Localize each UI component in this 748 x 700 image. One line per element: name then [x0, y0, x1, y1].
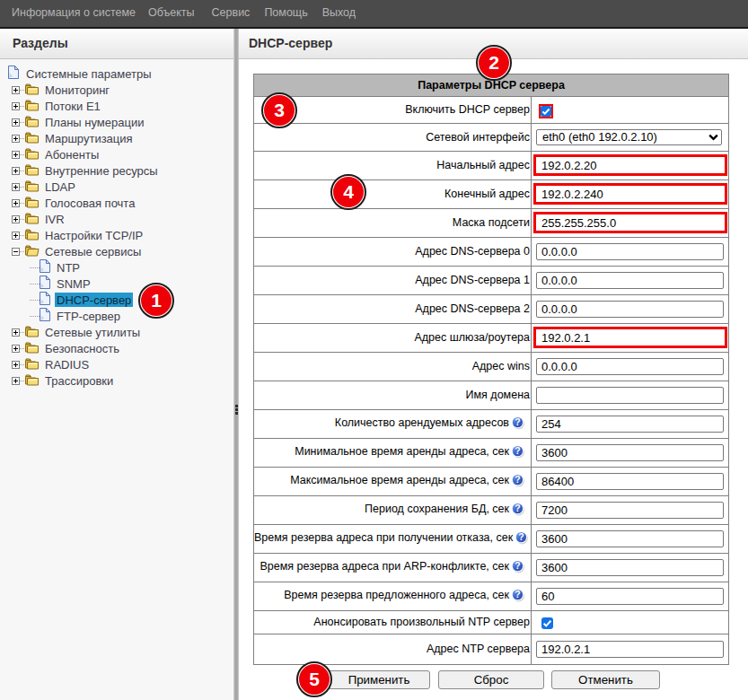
svg-text:?: ? — [515, 503, 520, 513]
svg-text:?: ? — [515, 560, 520, 571]
svg-text:?: ? — [515, 589, 520, 599]
svg-text:?: ? — [515, 445, 520, 456]
svg-text:?: ? — [515, 416, 520, 427]
svg-text:?: ? — [518, 531, 524, 542]
svg-text:?: ? — [515, 474, 520, 485]
